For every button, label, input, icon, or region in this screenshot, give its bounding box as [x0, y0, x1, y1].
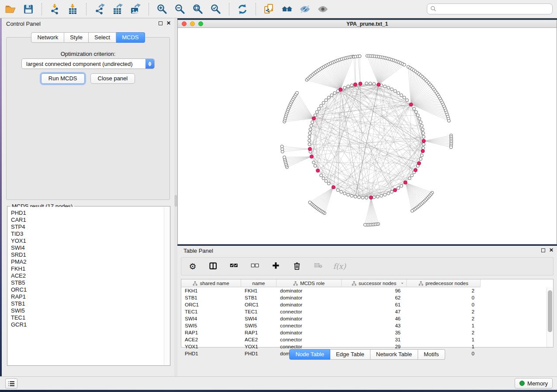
mcds-result-item[interactable]: STP4 [11, 224, 170, 230]
cell-successor-nodes[interactable]: 35 [342, 329, 407, 336]
cell-MCDS-role[interactable]: connector [277, 322, 342, 329]
cell-successor-nodes[interactable]: 62 [342, 294, 407, 301]
export-network-icon[interactable] [93, 3, 106, 15]
table-row[interactable]: SWI4SWI4dominator462 [181, 315, 546, 322]
cell-name[interactable]: TEC1 [241, 308, 277, 315]
cell-predecessor-nodes[interactable]: 1 [407, 322, 481, 329]
zoom-out-icon[interactable] [174, 3, 186, 15]
cell-name[interactable]: SWI5 [241, 322, 277, 329]
cell-predecessor-nodes[interactable]: 0 [407, 294, 481, 301]
zoom-selected-icon[interactable] [210, 3, 222, 15]
cell-shared-name[interactable]: TEC1 [181, 308, 241, 315]
export-table-icon[interactable] [111, 3, 124, 15]
splitter-handle[interactable] [175, 195, 177, 206]
cell-predecessor-nodes[interactable]: 2 [407, 287, 481, 294]
deselect-all-icon[interactable] [250, 261, 261, 272]
cell-shared-name[interactable]: SWI4 [181, 315, 241, 322]
cell-MCDS-role[interactable]: dominator [277, 287, 342, 294]
table-row[interactable]: FKH1FKH1dominator962 [181, 287, 546, 294]
open-file-icon[interactable] [4, 3, 17, 15]
table-row[interactable]: ORC1ORC1dominator610 [181, 301, 546, 308]
mcds-result-item[interactable]: SWI5 [11, 307, 170, 314]
cell-shared-name[interactable]: ACE2 [181, 336, 241, 343]
tab-edge-table[interactable]: Edge Table [330, 349, 370, 360]
cell-shared-name[interactable]: RAP1 [181, 329, 241, 336]
mcds-result-item[interactable]: STB1 [11, 300, 170, 307]
cell-predecessor-nodes[interactable]: 2 [407, 308, 481, 315]
memory-button[interactable]: Memory [515, 378, 553, 389]
cell-name[interactable]: ORC1 [241, 301, 277, 308]
run-mcds-button[interactable]: Run MCDS [41, 73, 85, 84]
columns-icon[interactable] [208, 261, 219, 272]
cell-MCDS-role[interactable]: dominator [277, 329, 342, 336]
cell-predecessor-nodes[interactable]: 1 [407, 336, 481, 343]
mcds-result-item[interactable]: GCR1 [11, 321, 170, 328]
table-row[interactable]: STB1STB1dominator620 [181, 294, 546, 301]
cell-name[interactable]: ACE2 [241, 336, 277, 343]
tab-select[interactable]: Select [89, 32, 116, 43]
close-panel-button[interactable]: Close panel [90, 73, 135, 84]
cell-MCDS-role[interactable]: connector [277, 308, 342, 315]
column-header-shared-name[interactable]: shared name [181, 279, 241, 287]
cell-predecessor-nodes[interactable]: 0 [407, 301, 481, 308]
table-scrollbar[interactable] [547, 287, 553, 347]
cell-name[interactable]: FKH1 [241, 287, 277, 294]
cell-MCDS-role[interactable]: connector [277, 336, 342, 343]
import-table-file-icon[interactable] [67, 3, 79, 15]
float-table-panel-icon[interactable] [541, 248, 545, 252]
add-row-icon[interactable] [271, 261, 282, 272]
mcds-result-item[interactable]: TID3 [11, 230, 170, 237]
table-row[interactable]: SWI5SWI5connector431 [181, 322, 546, 329]
tab-network[interactable]: Network [31, 32, 64, 43]
mcds-result-item[interactable]: PMA2 [11, 258, 170, 265]
hide-selected-icon[interactable] [299, 3, 311, 15]
mcds-result-item[interactable]: PHD1 [11, 210, 170, 217]
tab-motifs[interactable]: Motifs [418, 349, 445, 360]
close-panel-icon[interactable]: ✕ [166, 21, 171, 25]
mcds-result-item[interactable]: ORC1 [11, 286, 170, 293]
mcds-result-list[interactable]: PHD1CAR1STP4TID3YOX1SWI4SRD1PMA2FKH1ACE2… [8, 207, 170, 365]
zoom-in-icon[interactable] [156, 3, 168, 15]
cell-successor-nodes[interactable]: 46 [342, 315, 407, 322]
delete-row-icon[interactable] [292, 261, 303, 272]
import-network-file-icon[interactable] [49, 3, 61, 15]
task-history-button[interactable] [5, 378, 17, 389]
mcds-result-item[interactable]: FKH1 [11, 265, 170, 272]
cell-shared-name[interactable]: FKH1 [181, 287, 241, 294]
mcds-result-item[interactable]: ACE2 [11, 272, 170, 279]
first-neighbors-icon[interactable] [281, 3, 293, 15]
clone-network-icon[interactable] [263, 3, 275, 15]
mcds-result-item[interactable]: SWI4 [11, 244, 170, 251]
save-session-icon[interactable] [22, 3, 35, 15]
search-input[interactable] [427, 3, 553, 14]
tab-mcds[interactable]: MCDS [116, 32, 145, 43]
float-panel-icon[interactable] [159, 21, 163, 25]
network-graph[interactable] [178, 28, 557, 244]
column-header-successor-nodes[interactable]: successor nodes⌄ [342, 279, 407, 287]
mcds-result-item[interactable]: CAR1 [11, 217, 170, 224]
show-all-icon[interactable] [317, 3, 329, 15]
table-row[interactable]: TEC1TEC1connector472 [181, 308, 546, 315]
tab-network-table[interactable]: Network Table [370, 349, 418, 360]
export-image-icon[interactable] [129, 3, 142, 15]
cell-predecessor-nodes[interactable]: 2 [407, 329, 481, 336]
column-header-predecessor-nodes[interactable]: predecessor nodes [407, 279, 481, 287]
select-all-icon[interactable] [229, 261, 240, 272]
mcds-result-item[interactable]: TEC1 [11, 314, 170, 321]
cell-successor-nodes[interactable]: 61 [342, 301, 407, 308]
table-row[interactable]: ACE2ACE2connector311 [181, 336, 546, 343]
cell-predecessor-nodes[interactable]: 2 [407, 315, 481, 322]
cell-successor-nodes[interactable]: 31 [342, 336, 407, 343]
cell-MCDS-role[interactable]: dominator [277, 301, 342, 308]
close-table-panel-icon[interactable]: ✕ [549, 248, 554, 252]
cell-shared-name[interactable]: STB1 [181, 294, 241, 301]
cell-successor-nodes[interactable]: 96 [342, 287, 407, 294]
network-view[interactable] [178, 28, 557, 244]
cell-name[interactable]: STB1 [241, 294, 277, 301]
mcds-list-scrollbar[interactable] [164, 207, 170, 365]
cell-successor-nodes[interactable]: 43 [342, 322, 407, 329]
mcds-result-item[interactable]: YOX1 [11, 237, 170, 244]
cell-MCDS-role[interactable]: dominator [277, 315, 342, 322]
cell-successor-nodes[interactable]: 47 [342, 308, 407, 315]
mcds-result-item[interactable]: RAP1 [11, 293, 170, 300]
